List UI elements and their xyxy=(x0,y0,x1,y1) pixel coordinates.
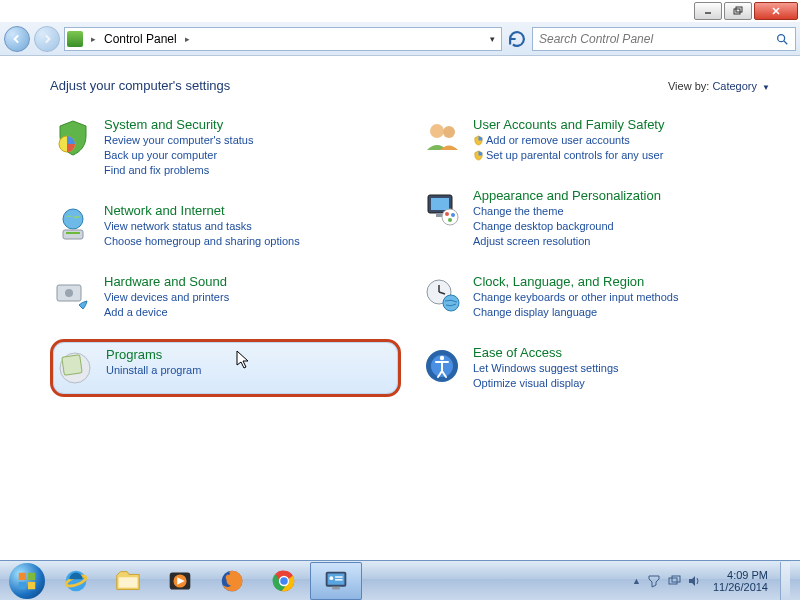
svg-point-21 xyxy=(442,209,458,225)
category-link[interactable]: Back up your computer xyxy=(104,148,253,162)
cat-ease-of-access[interactable]: Ease of Access Let Windows suggest setti… xyxy=(419,339,770,396)
system-security-icon xyxy=(52,117,94,159)
svg-rect-34 xyxy=(119,577,138,587)
chevron-down-icon: ▼ xyxy=(762,83,770,92)
user-accounts-icon xyxy=(421,117,463,159)
shield-icon xyxy=(473,150,484,161)
cat-system-security[interactable]: System and Security Review your computer… xyxy=(50,111,401,183)
control-panel-icon xyxy=(67,31,83,47)
svg-rect-10 xyxy=(66,232,80,234)
category-link[interactable]: View devices and printers xyxy=(104,290,229,304)
svg-point-17 xyxy=(443,126,455,138)
show-desktop-button[interactable] xyxy=(780,562,790,600)
category-link[interactable]: Uninstall a program xyxy=(106,363,201,377)
cat-user-accounts[interactable]: User Accounts and Family Safety Add or r… xyxy=(419,111,770,168)
svg-rect-43 xyxy=(332,586,340,589)
category-link[interactable]: Set up parental controls for any user xyxy=(473,148,664,162)
svg-rect-47 xyxy=(669,578,677,584)
category-link[interactable]: Let Windows suggest settings xyxy=(473,361,619,375)
cat-appearance[interactable]: Appearance and Personalization Change th… xyxy=(419,182,770,254)
svg-rect-48 xyxy=(672,576,680,582)
tray-overflow[interactable]: ▲ xyxy=(632,576,641,586)
category-link[interactable]: Find and fix problems xyxy=(104,163,253,177)
right-column: User Accounts and Family Safety Add or r… xyxy=(419,111,770,397)
page-title: Adjust your computer's settings xyxy=(50,78,230,93)
svg-rect-9 xyxy=(63,230,83,239)
svg-rect-46 xyxy=(335,579,343,580)
network-icon[interactable] xyxy=(667,574,681,588)
network-internet-icon xyxy=(52,203,94,245)
svg-point-28 xyxy=(443,295,459,311)
content-area: Adjust your computer's settings View by:… xyxy=(0,56,800,560)
svg-rect-45 xyxy=(335,576,343,577)
svg-rect-19 xyxy=(431,198,449,210)
category-title[interactable]: Programs xyxy=(106,347,201,362)
category-link[interactable]: Adjust screen resolution xyxy=(473,234,661,248)
refresh-button[interactable] xyxy=(506,28,528,50)
volume-icon[interactable] xyxy=(687,574,701,588)
category-title[interactable]: System and Security xyxy=(104,117,253,132)
search-input[interactable]: Search Control Panel xyxy=(532,27,796,51)
taskbar-control-panel[interactable] xyxy=(310,562,362,600)
shield-icon xyxy=(473,135,484,146)
view-by: View by: Category ▼ xyxy=(668,80,770,92)
action-center-icon[interactable] xyxy=(647,574,661,588)
svg-point-16 xyxy=(430,124,444,138)
taskbar-media-player[interactable] xyxy=(154,562,206,600)
taskbar-items xyxy=(50,562,362,600)
hardware-sound-icon xyxy=(52,274,94,316)
address-location[interactable]: Control Panel xyxy=(104,32,177,46)
cat-network-internet[interactable]: Network and Internet View network status… xyxy=(50,197,401,254)
category-title[interactable]: Clock, Language, and Region xyxy=(473,274,678,289)
taskbar: ▲ 4:09 PM 11/26/2014 xyxy=(0,560,800,600)
chevron-down-icon[interactable]: ▾ xyxy=(486,34,499,44)
svg-point-12 xyxy=(65,289,73,297)
category-title[interactable]: User Accounts and Family Safety xyxy=(473,117,664,132)
cat-programs[interactable]: Programs Uninstall a program xyxy=(50,339,401,397)
category-link[interactable]: Add a device xyxy=(104,305,229,319)
clock[interactable]: 4:09 PM 11/26/2014 xyxy=(707,569,774,593)
left-column: System and Security Review your computer… xyxy=(50,111,401,397)
cat-clock-language[interactable]: Clock, Language, and Region Change keybo… xyxy=(419,268,770,325)
clock-date: 11/26/2014 xyxy=(713,581,768,593)
close-button[interactable] xyxy=(754,2,798,20)
category-title[interactable]: Appearance and Personalization xyxy=(473,188,661,203)
svg-point-40 xyxy=(280,577,288,585)
toolbar: ▸ Control Panel ▸ ▾ Search Control Panel xyxy=(0,22,800,56)
search-icon xyxy=(775,32,789,46)
ease-of-access-icon xyxy=(421,345,463,387)
category-link[interactable]: Change desktop background xyxy=(473,219,661,233)
category-link[interactable]: Review your computer's status xyxy=(104,133,253,147)
back-button[interactable] xyxy=(4,26,30,52)
category-link[interactable]: Change display language xyxy=(473,305,678,319)
category-link[interactable]: Change keyboards or other input methods xyxy=(473,290,678,304)
category-title[interactable]: Hardware and Sound xyxy=(104,274,229,289)
taskbar-internet-explorer[interactable] xyxy=(50,562,102,600)
maximize-button[interactable] xyxy=(724,2,752,20)
category-link[interactable]: Add or remove user accounts xyxy=(473,133,664,147)
view-by-dropdown[interactable]: Category ▼ xyxy=(712,80,770,92)
taskbar-firefox[interactable] xyxy=(206,562,258,600)
taskbar-chrome[interactable] xyxy=(258,562,310,600)
svg-point-5 xyxy=(778,34,785,41)
category-title[interactable]: Network and Internet xyxy=(104,203,300,218)
address-bar[interactable]: ▸ Control Panel ▸ ▾ xyxy=(64,27,502,51)
svg-point-8 xyxy=(63,209,83,229)
category-link[interactable]: Change the theme xyxy=(473,204,661,218)
chevron-right-icon[interactable]: ▸ xyxy=(87,34,100,44)
view-by-label: View by: xyxy=(668,80,709,92)
taskbar-file-explorer[interactable] xyxy=(102,562,154,600)
forward-button[interactable] xyxy=(34,26,60,52)
category-link[interactable]: Optimize visual display xyxy=(473,376,619,390)
category-link[interactable]: Choose homegroup and sharing options xyxy=(104,234,300,248)
chevron-right-icon[interactable]: ▸ xyxy=(181,34,194,44)
svg-point-31 xyxy=(440,356,444,360)
category-title[interactable]: Ease of Access xyxy=(473,345,619,360)
cat-hardware-sound[interactable]: Hardware and Sound View devices and prin… xyxy=(50,268,401,325)
start-button[interactable] xyxy=(6,561,48,601)
minimize-button[interactable] xyxy=(694,2,722,20)
svg-point-22 xyxy=(445,212,449,216)
svg-line-6 xyxy=(784,40,788,44)
appearance-icon xyxy=(421,188,463,230)
category-link[interactable]: View network status and tasks xyxy=(104,219,300,233)
